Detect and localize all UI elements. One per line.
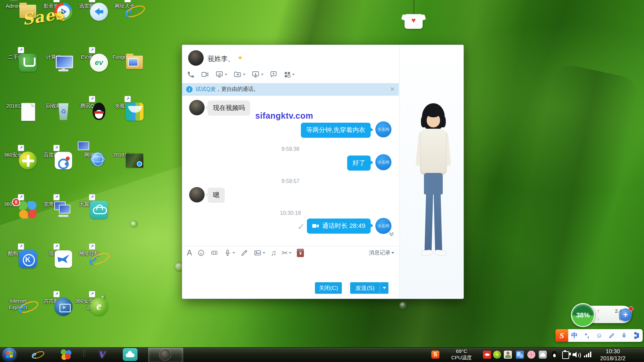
heart-tshirt-gadget[interactable]: ♥ xyxy=(405,14,423,29)
down-arrow-icon: ↓ xyxy=(597,315,600,321)
contact-avatar[interactable] xyxy=(188,50,204,66)
desktop-icon-ev-recorder[interactable]: ↗ EV录屏 xyxy=(72,53,106,60)
desktop-icon-baidu-netdisk[interactable]: ↗ 百度网盘 xyxy=(37,151,70,158)
vip-star-icon: ★ xyxy=(237,54,243,61)
self-avatar[interactable]: 借条网 xyxy=(375,121,391,137)
self-avatar[interactable]: 借条网 xyxy=(375,218,391,234)
red-packet-button[interactable] xyxy=(297,249,304,257)
info-icon: i xyxy=(186,86,193,93)
cpu-temperature: 69°CCPU温度 xyxy=(444,348,479,361)
dropdown-caret-icon xyxy=(225,74,227,75)
desktop-icon-tianyi-cloud[interactable]: ↗ 天翼云盘 xyxy=(72,200,106,207)
tray-360-icon[interactable] xyxy=(493,351,501,359)
voice-call-button[interactable] xyxy=(187,70,195,78)
call-record-bubble[interactable]: 通话时长 28:49 xyxy=(307,219,371,234)
purple-v-icon: V xyxy=(99,349,106,360)
apps-grid-button[interactable] xyxy=(283,71,295,78)
taskbar-ie-button[interactable]: e xyxy=(32,349,44,361)
desktop-icon-360-software-manager[interactable]: 8 ↗ 360软件管家 xyxy=(1,200,35,207)
screenshot-button[interactable]: ✂ xyxy=(282,249,291,257)
ie-icon: e xyxy=(32,349,44,361)
tray-announcement-icon[interactable] xyxy=(483,351,491,359)
desktop-icon-fungolive[interactable]: FungoLiv... xyxy=(108,53,142,60)
desktop-icon-tencent-qq[interactable]: ↗ 腾讯QQ xyxy=(72,102,106,109)
ime-punctuation-toggle[interactable]: °, xyxy=(581,329,593,342)
create-group-button[interactable] xyxy=(269,70,278,78)
image-button[interactable] xyxy=(254,249,265,257)
taskbar-clock[interactable]: 10:30 2018/12/2 xyxy=(591,348,635,362)
taskbar-purple-app-button[interactable]: V xyxy=(96,349,109,361)
ime-language-toggle[interactable]: 中 xyxy=(568,329,581,342)
video-call-button[interactable] xyxy=(201,70,209,78)
desktop-icon-network[interactable]: 网络 xyxy=(72,151,106,158)
ime-emoji-button[interactable]: ☺ xyxy=(593,329,605,342)
ime-handwriting-button[interactable] xyxy=(605,329,618,342)
send-options-dropdown[interactable] xyxy=(380,282,388,294)
window-shake-button[interactable] xyxy=(210,249,218,257)
desktop-icon-360-browser[interactable]: ↗ 360安全浏览器 xyxy=(72,297,106,311)
tray-user-icon[interactable] xyxy=(504,351,512,359)
sogou-ime-bar: S 中 °, ☺ xyxy=(555,329,643,342)
handwriting-button[interactable] xyxy=(240,249,248,257)
emoji-button[interactable] xyxy=(197,249,205,257)
tray-cloud-icon[interactable] xyxy=(539,351,547,359)
desktop-icon-kugou-music[interactable]: ↗ 酷狗音乐 xyxy=(1,249,35,257)
taskbar-sogou-browser-button[interactable] xyxy=(60,349,72,361)
chat-avatar-icon xyxy=(159,349,171,360)
desktop-icon-ershoushangcheng[interactable]: ↗ 二手商城 xyxy=(1,53,35,60)
ime-voice-button[interactable] xyxy=(618,329,630,342)
desktop-icon-recycle-bin[interactable]: 回收站 xyxy=(37,102,70,109)
desktop-icon-internet-explorer[interactable]: e Internet Explorer xyxy=(1,297,35,311)
desktop-icon-wangzhidaohang[interactable]: e↗ 网址导航 xyxy=(72,249,106,257)
contact-name: 莪姓李、 xyxy=(208,54,234,63)
taskbar-active-chat-button[interactable] xyxy=(148,348,183,362)
site-watermark: sifangktv.com xyxy=(255,111,313,121)
clock-time: 10:30 xyxy=(591,348,635,355)
desktop-icon-document-2018112[interactable]: 2018112... xyxy=(1,102,35,109)
tray-sogou-icon[interactable]: S xyxy=(431,351,439,359)
tray-removable-device-icon[interactable] xyxy=(562,351,569,359)
tray-qq-icon[interactable] xyxy=(550,351,558,359)
message-history-button[interactable]: 消息记录 xyxy=(369,249,394,256)
self-avatar[interactable]: 借条网 xyxy=(375,154,391,170)
desktop-icon-broadband-connection[interactable]: ↗ 宽带连接 xyxy=(37,200,70,207)
windows-flag-icon xyxy=(6,351,13,358)
desktop-icon-cctv-video[interactable]: ↗ 央视影音 xyxy=(108,102,142,109)
desktop-icon-wangzhidaquan[interactable]: e↗ 网址大全 xyxy=(108,2,142,9)
desktop-icon-xunlei-yingyin[interactable]: ↗ 迅雷影音 xyxy=(72,2,106,9)
message-area: 现在视频吗 sifangktv.com 等两分钟,先穿着内衣 借条网 9:59:… xyxy=(182,96,399,241)
font-button[interactable]: A xyxy=(187,248,192,257)
tray-flower-icon[interactable] xyxy=(527,351,535,359)
desktop-icon-jiji-player[interactable]: ↗ 吉吉影音 xyxy=(37,297,70,304)
desktop-icon-360-safe[interactable]: ↗ 360安全卫士 xyxy=(1,151,35,158)
send-button[interactable]: 发送(S) xyxy=(350,282,380,294)
timestamp: 9:59:57 xyxy=(182,178,399,184)
memory-usage-ball[interactable]: 38% xyxy=(571,303,595,327)
scroll-to-bottom-icon[interactable] xyxy=(389,231,395,236)
start-button[interactable] xyxy=(3,348,16,361)
desktop-icon-computer[interactable]: 计算机 xyxy=(37,53,70,60)
tray-volume-icon[interactable] xyxy=(572,351,581,359)
desktop-icon-administrator[interactable]: Administr... xyxy=(1,2,35,9)
notice-close-icon[interactable]: ✕ xyxy=(390,86,395,93)
sogou-logo[interactable]: S xyxy=(555,329,568,342)
clock-date: 2018/12/2 xyxy=(591,355,635,362)
music-button[interactable]: ♫ xyxy=(271,249,276,257)
voice-message-button[interactable] xyxy=(224,249,235,257)
peer-avatar[interactable] xyxy=(189,187,205,202)
close-chat-button[interactable]: 关闭(C) xyxy=(315,282,342,294)
remote-desktop-button[interactable] xyxy=(251,70,264,78)
sogou-browser-icon xyxy=(60,349,72,360)
desktop-icon-video-2018112[interactable]: 2018112... xyxy=(108,151,142,158)
message-bubble: 好了 xyxy=(347,156,371,171)
screen-demo-button[interactable] xyxy=(215,70,227,78)
timestamp: 10:30:18 xyxy=(182,210,399,216)
desktop-icon-xunlei[interactable]: ↗ 迅雷 xyxy=(37,249,70,257)
peer-avatar[interactable] xyxy=(189,100,205,115)
tray-blue-app-icon[interactable] xyxy=(516,351,524,359)
qmic-link[interactable]: 试试Q麦 xyxy=(196,86,216,93)
send-file-button[interactable] xyxy=(233,70,246,78)
timestamp: 9:59:38 xyxy=(182,146,399,152)
water-droplet xyxy=(130,221,138,227)
taskbar-tianyi-cloud-button[interactable] xyxy=(123,348,138,361)
